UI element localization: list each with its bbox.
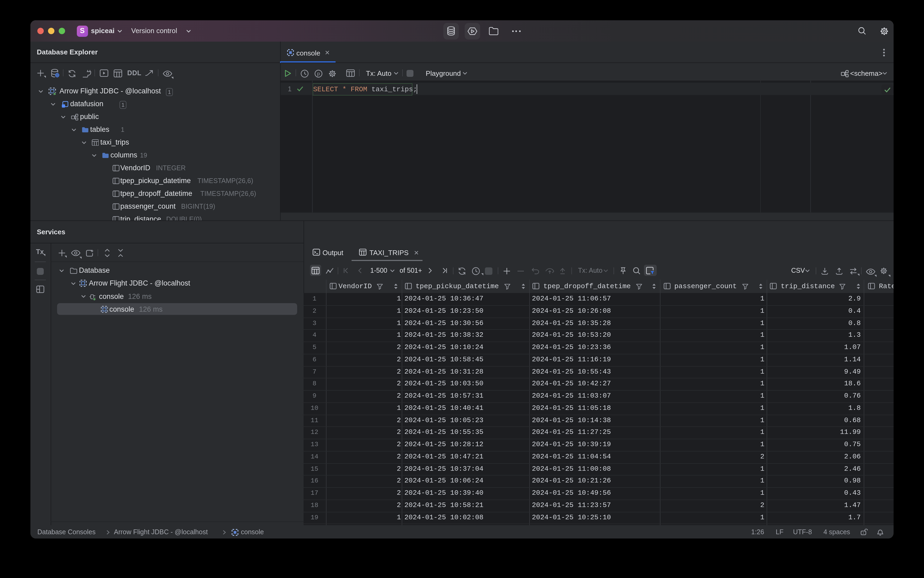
svg-text:p: p	[317, 70, 320, 76]
